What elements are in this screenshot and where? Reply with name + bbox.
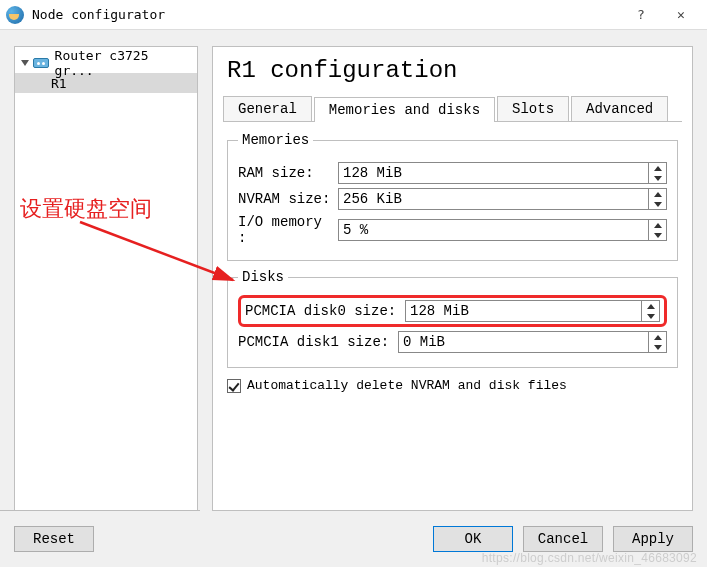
io-spin-buttons[interactable]: [648, 220, 666, 240]
disk1-value: 0 MiB: [399, 334, 648, 350]
io-value: 5 %: [339, 222, 648, 238]
router-icon: [33, 58, 49, 68]
tree-root[interactable]: Router c3725 gr...: [15, 53, 197, 73]
panel-heading: R1 configuration: [227, 57, 678, 84]
tab-general[interactable]: General: [223, 96, 312, 121]
nvram-value: 256 KiB: [339, 191, 648, 207]
close-button[interactable]: ✕: [661, 1, 701, 29]
tab-advanced[interactable]: Advanced: [571, 96, 668, 121]
disk0-spinbox[interactable]: 128 MiB: [405, 300, 660, 322]
tab-memories-disks[interactable]: Memories and disks: [314, 97, 495, 122]
memories-legend: Memories: [238, 132, 313, 148]
io-spinbox[interactable]: 5 %: [338, 219, 667, 241]
config-panel: R1 configuration General Memories and di…: [212, 46, 693, 511]
disk0-highlight: PCMCIA disk0 size: 128 MiB: [238, 295, 667, 327]
autodelete-checkbox[interactable]: Automatically delete NVRAM and disk file…: [227, 378, 678, 393]
checkbox-icon: [227, 379, 241, 393]
watermark: https://blog.csdn.net/weixin_46683092: [482, 551, 697, 565]
ram-spinbox[interactable]: 128 MiB: [338, 162, 667, 184]
tree-root-label: Router c3725 gr...: [55, 48, 191, 78]
footer-divider: [0, 510, 200, 511]
memories-group: Memories RAM size: 128 MiB NVRAM size: 2…: [227, 132, 678, 261]
disk1-spin-buttons[interactable]: [648, 332, 666, 352]
tree-child-label: R1: [51, 76, 67, 91]
ok-button[interactable]: OK: [433, 526, 513, 552]
disk0-label: PCMCIA disk0 size:: [245, 303, 405, 319]
nvram-spinbox[interactable]: 256 KiB: [338, 188, 667, 210]
ram-spin-buttons[interactable]: [648, 163, 666, 183]
title-bar: Node configurator ? ✕: [0, 0, 707, 30]
disk1-spinbox[interactable]: 0 MiB: [398, 331, 667, 353]
nvram-spin-buttons[interactable]: [648, 189, 666, 209]
ram-label: RAM size:: [238, 165, 338, 181]
content-area: Router c3725 gr... R1 R1 configuration G…: [14, 46, 693, 511]
tabs: General Memories and disks Slots Advance…: [223, 96, 682, 122]
io-label: I/O memory :: [238, 214, 338, 246]
window-title: Node configurator: [32, 7, 621, 22]
disk0-spin-buttons[interactable]: [641, 301, 659, 321]
disks-group: Disks PCMCIA disk0 size: 128 MiB PCMCIA …: [227, 269, 678, 368]
ram-value: 128 MiB: [339, 165, 648, 181]
reset-button[interactable]: Reset: [14, 526, 94, 552]
disk0-value: 128 MiB: [406, 303, 641, 319]
expand-icon[interactable]: [21, 60, 29, 66]
autodelete-label: Automatically delete NVRAM and disk file…: [247, 378, 567, 393]
help-button[interactable]: ?: [621, 1, 661, 29]
nvram-label: NVRAM size:: [238, 191, 338, 207]
cancel-button[interactable]: Cancel: [523, 526, 603, 552]
tab-slots[interactable]: Slots: [497, 96, 569, 121]
disk1-label: PCMCIA disk1 size:: [238, 334, 398, 350]
app-icon: [6, 6, 24, 24]
apply-button[interactable]: Apply: [613, 526, 693, 552]
disks-legend: Disks: [238, 269, 288, 285]
annotation-text: 设置硬盘空间: [20, 194, 152, 224]
tree-view[interactable]: Router c3725 gr... R1: [14, 46, 198, 511]
